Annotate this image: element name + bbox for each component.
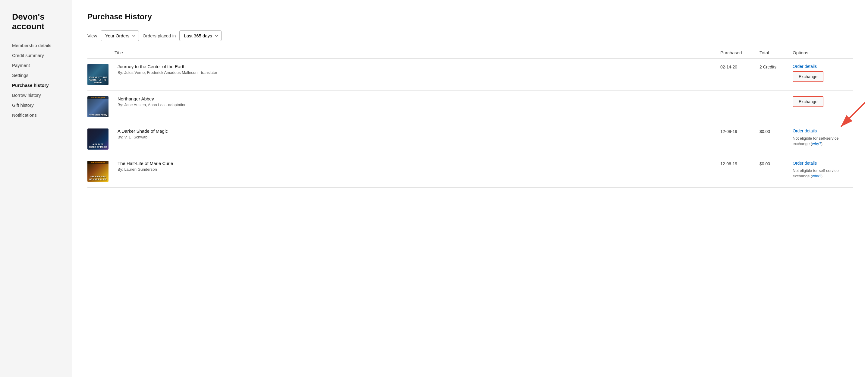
sidebar-item-borrow-history[interactable]: Borrow history	[12, 90, 63, 100]
book-title-journey: Journey to the Center of the Earth	[118, 64, 717, 69]
purchased-magic: 12-09-19	[720, 128, 760, 134]
book-author-curie: By: Lauren Gunderson	[118, 167, 717, 172]
col-cover	[87, 50, 115, 55]
table-row: JOURNEY TO THE CENTER OF THE EARTH Journ…	[87, 59, 853, 91]
col-purchased: Purchased	[720, 50, 760, 55]
total-journey: 2 Credits	[760, 64, 793, 69]
purchased-northanger	[720, 96, 760, 97]
table-row: A DARKER SHADE OF MAGIC A Darker Shade o…	[87, 123, 853, 155]
book-title-northanger: Northanger Abbey	[118, 96, 717, 102]
table-header: Title Purchased Total Options	[87, 50, 853, 59]
account-title: Devon's account	[12, 12, 63, 31]
book-cover-northanger: audible original Northanger Abbey	[87, 96, 108, 117]
not-eligible-curie: Not eligible for self-service exchange (…	[793, 168, 853, 179]
book-info-northanger: Northanger Abbey By: Jane Austen, Anna L…	[115, 96, 720, 107]
view-select[interactable]: Your Orders	[101, 30, 139, 41]
main-content: Purchase History View Your Orders Orders…	[72, 0, 868, 377]
page-title: Purchase History	[87, 12, 853, 22]
order-details-link-magic[interactable]: Order details	[793, 128, 853, 133]
sidebar-item-notifications[interactable]: Notifications	[12, 110, 63, 120]
table-row: audible original Northanger Abbey Northa…	[87, 91, 853, 123]
sidebar: Devon's account Membership details Credi…	[0, 0, 72, 377]
book-cover-curie: audible original THE HALF-LIFE OF MARIE …	[87, 161, 108, 182]
orders-placed-label: Orders placed in	[143, 33, 176, 38]
sidebar-item-payment[interactable]: Payment	[12, 60, 63, 70]
audible-original-badge-curie: audible original	[87, 161, 108, 164]
order-details-link-journey[interactable]: Order details	[793, 64, 853, 69]
book-author-northanger: By: Jane Austen, Anna Lea - adaptation	[118, 103, 717, 107]
why-link-curie[interactable]: why?	[812, 174, 821, 178]
total-magic: $0.00	[760, 128, 793, 134]
cover-text: JOURNEY TO THE CENTER OF THE EARTH	[89, 76, 107, 84]
purchased-journey: 02-14-20	[720, 64, 760, 69]
total-curie: $0.00	[760, 161, 793, 166]
sidebar-item-settings[interactable]: Settings	[12, 70, 63, 80]
cover-text-magic: A DARKER SHADE OF MAGIC	[89, 143, 107, 148]
why-link-magic[interactable]: why?	[812, 141, 821, 146]
sidebar-item-purchase-history[interactable]: Purchase history	[12, 80, 63, 90]
col-total: Total	[760, 50, 793, 55]
col-options: Options	[793, 50, 853, 55]
book-title-magic: A Darker Shade of Magic	[118, 128, 717, 134]
book-cover-magic: A DARKER SHADE OF MAGIC	[87, 128, 108, 150]
options-curie: Order details Not eligible for self-serv…	[793, 161, 853, 179]
cover-text-curie: THE HALF-LIFE OF MARIE CURIE	[89, 176, 107, 181]
date-range-select[interactable]: Last 365 days	[179, 30, 221, 41]
sidebar-nav: Membership details Credit summary Paymen…	[12, 40, 63, 120]
book-info-magic: A Darker Shade of Magic By: V. E. Schwab	[115, 128, 720, 139]
sidebar-item-membership-details[interactable]: Membership details	[12, 40, 63, 50]
view-label: View	[87, 33, 97, 38]
book-author-journey: By: Jules Verne, Frederick Amadeus Malle…	[118, 70, 717, 75]
audible-original-badge: audible original	[87, 96, 108, 99]
book-info-curie: The Half-Life of Marie Curie By: Lauren …	[115, 161, 720, 172]
sidebar-item-gift-history[interactable]: Gift history	[12, 100, 63, 110]
total-northanger	[760, 96, 793, 97]
cover-text-northanger: Northanger Abbey	[89, 114, 107, 116]
table-row: audible original THE HALF-LIFE OF MARIE …	[87, 155, 853, 187]
not-eligible-magic: Not eligible for self-service exchange (…	[793, 136, 853, 147]
sidebar-item-credit-summary[interactable]: Credit summary	[12, 50, 63, 60]
exchange-button-journey[interactable]: Exchange	[793, 71, 824, 82]
options-northanger: Exchange	[793, 96, 853, 107]
purchased-curie: 12-06-19	[720, 161, 760, 166]
col-title: Title	[115, 50, 720, 55]
book-author-magic: By: V. E. Schwab	[118, 135, 717, 139]
book-info-journey: Journey to the Center of the Earth By: J…	[115, 64, 720, 75]
exchange-button-northanger[interactable]: Exchange	[793, 96, 824, 107]
options-journey: Order details Exchange	[793, 64, 853, 82]
order-details-link-curie[interactable]: Order details	[793, 161, 853, 166]
filters-row: View Your Orders Orders placed in Last 3…	[87, 30, 853, 41]
options-magic: Order details Not eligible for self-serv…	[793, 128, 853, 147]
book-title-curie: The Half-Life of Marie Curie	[118, 161, 717, 166]
book-cover-journey: JOURNEY TO THE CENTER OF THE EARTH	[87, 64, 108, 85]
